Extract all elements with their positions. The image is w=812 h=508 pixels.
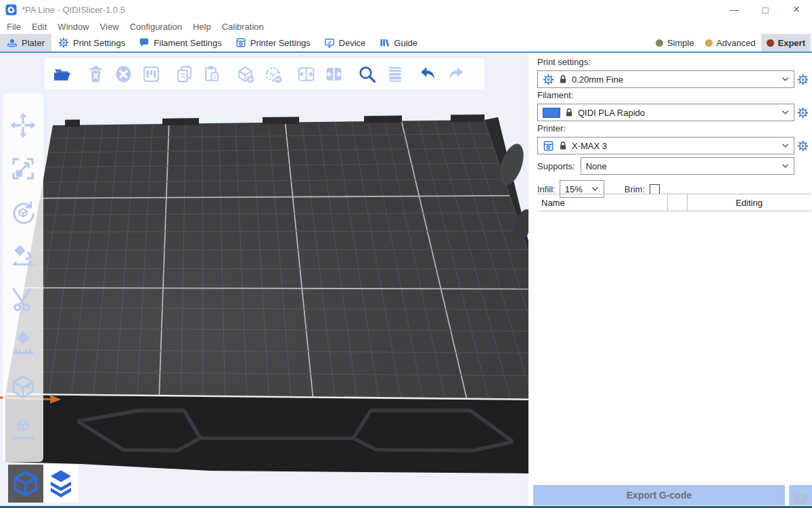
plater-toolbar [45,58,484,89]
column-header-extruder [668,194,687,211]
object-list-header: Name Editing [537,194,811,211]
gear-icon [797,74,809,85]
3d-editor-view-button[interactable] [8,465,43,503]
menu-edit[interactable]: Edit [26,22,52,32]
infill-value: 15% [565,184,587,194]
split-to-objects-button[interactable] [295,63,317,85]
tab-device[interactable]: Device [317,34,373,51]
tab-label: Printer Settings [250,38,311,48]
print-settings-combo[interactable]: 0.20mm Fine [537,70,794,88]
rotate-icon [9,199,37,226]
gear-icon [797,107,809,119]
menu-file[interactable]: File [1,22,26,32]
cut-button[interactable] [9,285,37,314]
filament-combo[interactable]: QIDI PLA Rapido [537,104,794,121]
seam-painting-button[interactable] [9,373,37,401]
chevron-down-icon [782,143,789,148]
lock-icon [559,141,567,150]
paste-button[interactable] [201,63,223,85]
lock-icon [565,108,573,117]
rotate-button[interactable] [9,198,37,227]
supports-value: None [586,161,777,171]
export-gcode-button[interactable]: Export G-code [533,485,785,505]
tab-label: Filament Settings [154,38,221,48]
seam-painting-icon [9,373,37,400]
copy-button[interactable] [173,63,195,85]
move-button[interactable] [9,111,37,140]
open-project-button[interactable] [51,63,73,85]
measure-button[interactable] [9,416,37,444]
search-button[interactable] [356,63,378,85]
menu-calibration[interactable]: Calibration [217,22,269,32]
redo-arrow-icon [446,64,466,84]
printer-icon [543,140,554,152]
printer-base [5,395,528,473]
print-settings-icon [58,37,69,48]
remove-instance-button[interactable] [262,63,284,85]
close-button[interactable]: × [781,0,812,19]
edit-filament-button[interactable] [794,107,811,119]
menubar: File Edit Window View Configuration Help… [0,19,812,34]
edit-printer-button[interactable] [794,140,811,152]
brim-checkbox[interactable] [650,184,660,194]
expert-mode-dot-icon [767,39,774,47]
send-to-printer-icon [795,494,807,503]
simple-mode-dot-icon [656,39,663,47]
maximize-button[interactable]: □ [750,0,781,19]
chevron-down-icon [591,186,599,192]
tab-guide[interactable]: Guide [372,34,424,51]
menu-window[interactable]: Window [52,22,94,32]
advanced-mode-dot-icon [705,39,713,47]
tab-plater[interactable]: Plater [0,34,51,51]
supports-combo[interactable]: None [581,157,794,175]
split-to-objects-icon [296,64,316,84]
mode-simple[interactable]: Simple [650,34,700,51]
preview-layers-button[interactable] [43,465,78,503]
tab-printer-settings[interactable]: Printer Settings [229,34,317,51]
arrange-button[interactable] [140,63,162,85]
delete-all-icon [114,64,133,84]
app-window: *PA Line - QIDISlicer-1.0.5 — □ × File E… [0,0,812,508]
settings-panel: Print settings: 0.20mm Fine Filament: QI… [532,53,812,506]
scale-button[interactable] [9,154,37,183]
object-list: Name Editing [537,194,811,480]
scale-icon [9,155,37,182]
tab-print-settings[interactable]: Print Settings [51,34,132,51]
mode-label: Simple [667,38,694,48]
place-on-face-icon [9,242,37,270]
minimize-button[interactable]: — [719,0,750,19]
object-list-body[interactable] [537,211,811,480]
device-icon [324,37,335,48]
menu-view[interactable]: View [95,22,125,32]
move-icon [9,112,37,139]
tab-label: Print Settings [73,38,125,48]
undo-arrow-icon [418,64,438,84]
redo-button[interactable] [445,63,466,85]
3d-viewport[interactable] [0,53,532,506]
layers-icon [46,469,76,499]
tab-label: Guide [394,38,418,48]
delete-all-button[interactable] [112,63,134,85]
variable-layer-height-button[interactable] [384,63,405,85]
tab-filament-settings[interactable]: Filament Settings [132,34,228,51]
send-to-printer-button[interactable] [789,485,812,505]
printer-label: Printer: [537,123,811,134]
mode-advanced[interactable]: Advanced [700,34,761,51]
mode-switcher: Simple Advanced Expert [650,34,812,51]
add-instance-button[interactable] [234,63,256,85]
gear-icon [797,140,809,152]
delete-button[interactable] [85,63,106,85]
place-on-face-button[interactable] [9,242,37,270]
split-to-parts-icon [324,64,344,84]
3d-cube-icon [11,469,41,499]
menu-help[interactable]: Help [187,22,217,32]
split-to-parts-button[interactable] [323,63,344,85]
edit-print-settings-button[interactable] [794,74,811,85]
paint-supports-button[interactable] [9,329,37,357]
printer-combo[interactable]: X-MAX 3 [537,137,794,154]
guide-icon [379,37,390,48]
undo-button[interactable] [417,63,438,85]
menu-configuration[interactable]: Configuration [125,22,187,32]
export-row: Export G-code [533,485,812,505]
mode-expert[interactable]: Expert [761,34,811,51]
